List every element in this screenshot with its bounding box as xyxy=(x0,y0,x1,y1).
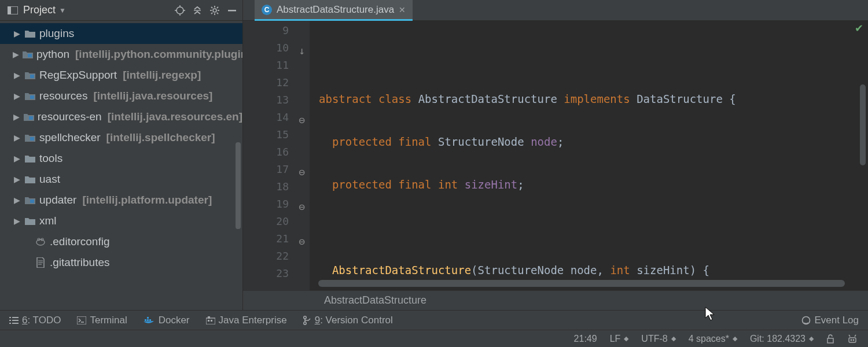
editor-horizontal-scrollbar[interactable] xyxy=(318,280,845,287)
expand-icon[interactable]: ▶ xyxy=(13,216,21,226)
project-tool-window: Project ▼ ▶ plugins ▶ xyxy=(0,0,243,310)
expand-icon[interactable]: ▶ xyxy=(13,112,20,121)
tree-folder-updater[interactable]: ▶ updater [intellij.platform.updater] xyxy=(0,190,242,211)
editor-area: C AbstractDataStructure.java ✕ 910↓11121… xyxy=(243,0,868,310)
tree-item-module: [intellij.java.resources.en] xyxy=(108,110,242,123)
tw-event-log[interactable]: Event Log xyxy=(801,315,859,326)
status-inspector-icon[interactable] xyxy=(847,334,858,344)
svg-rect-21 xyxy=(29,116,33,120)
status-caret-position[interactable]: 21:49 xyxy=(574,334,597,344)
tw-terminal[interactable]: Terminal xyxy=(77,315,127,326)
tree-folder-resources-en[interactable]: ▶ resources-en [intellij.java.resources.… xyxy=(0,106,242,127)
fold-gutter-icon[interactable]: ⊖ xyxy=(297,112,305,120)
tree-folder-uast[interactable]: ▶ uast xyxy=(0,169,242,190)
project-tree-scrollbar[interactable] xyxy=(236,142,241,229)
svg-rect-23 xyxy=(30,200,34,203)
svg-rect-36 xyxy=(77,316,86,324)
gutter[interactable]: 910↓11121314⊖151617⊖1819⊖2021⊖2223 xyxy=(243,21,310,290)
tw-docker[interactable]: Docker xyxy=(144,315,190,326)
svg-point-8 xyxy=(213,9,216,12)
breadcrumb-item[interactable]: AbstractDataStructure xyxy=(324,294,426,307)
svg-rect-50 xyxy=(849,338,856,342)
class-file-icon: C xyxy=(262,5,272,15)
tree-folder-tools[interactable]: ▶ tools xyxy=(0,148,242,169)
tw-javaee[interactable]: Java Enterprise xyxy=(206,315,287,326)
fold-gutter-icon[interactable]: ⊖ xyxy=(297,233,305,241)
expand-icon[interactable]: ▶ xyxy=(13,133,21,142)
project-tool-header: Project ▼ xyxy=(0,0,242,21)
inspection-ok-icon[interactable]: ✔ xyxy=(855,22,863,35)
svg-rect-43 xyxy=(208,316,210,319)
svg-line-54 xyxy=(855,335,856,337)
tree-item-label: xml xyxy=(39,215,57,227)
list-icon xyxy=(9,316,19,324)
expand-icon[interactable]: ▶ xyxy=(13,91,21,101)
tree-item-label: RegExpSupport xyxy=(39,69,117,82)
folder-icon xyxy=(24,29,36,38)
svg-line-15 xyxy=(211,12,212,13)
tree-item-module: [intellij.java.resources] xyxy=(93,90,212,102)
svg-line-13 xyxy=(211,7,212,8)
expand-icon[interactable]: ▶ xyxy=(13,175,21,184)
module-folder-icon xyxy=(23,50,33,59)
tree-folder-xml[interactable]: ▶ xml xyxy=(0,211,242,231)
project-tool-title[interactable]: Project ▼ xyxy=(23,4,66,16)
tool-windows-bar: 6: TODO Terminal Docker Java Enterprise … xyxy=(0,310,868,330)
svg-line-16 xyxy=(217,7,218,8)
override-gutter-icon[interactable]: ↓ xyxy=(297,42,305,50)
expand-icon[interactable]: ▶ xyxy=(13,29,21,38)
project-view-icon[interactable] xyxy=(6,3,20,17)
tree-item-label: updater xyxy=(39,194,76,206)
target-icon[interactable] xyxy=(173,3,187,17)
expand-icon[interactable]: ▶ xyxy=(13,50,19,59)
close-tab-icon[interactable]: ✕ xyxy=(399,5,406,14)
tree-folder-resources[interactable]: ▶ resources [intellij.java.resources] xyxy=(0,86,242,106)
collapse-all-icon[interactable] xyxy=(190,3,204,17)
hide-tool-window-icon[interactable] xyxy=(225,3,239,17)
svg-rect-30 xyxy=(9,317,11,318)
svg-rect-39 xyxy=(147,319,149,321)
tree-folder-spellchecker[interactable]: ▶ spellchecker [intellij.spellchecker] xyxy=(0,127,242,148)
editor-vertical-scrollbar[interactable] xyxy=(860,84,866,165)
tree-item-label: .gitattributes xyxy=(50,256,110,269)
gear-icon[interactable] xyxy=(208,3,222,17)
status-lock-icon[interactable] xyxy=(826,334,834,344)
status-encoding[interactable]: UTF-8◆ xyxy=(641,334,675,344)
expand-icon[interactable]: ▶ xyxy=(13,195,21,205)
tw-todo[interactable]: 6: TODO xyxy=(9,315,61,326)
tree-item-module: [intellij.spellchecker] xyxy=(106,131,215,144)
project-tree[interactable]: ▶ plugins ▶ python [intellij.python.comm… xyxy=(0,21,242,310)
tree-folder-python[interactable]: ▶ python [intellij.python.community.plug… xyxy=(0,44,242,65)
tree-folder-plugins[interactable]: ▶ plugins xyxy=(0,23,242,44)
svg-point-52 xyxy=(853,339,855,341)
module-folder-icon xyxy=(24,195,36,205)
fold-gutter-icon[interactable]: ⊖ xyxy=(297,164,305,172)
svg-rect-20 xyxy=(30,95,34,99)
status-indent[interactable]: 4 spaces*◆ xyxy=(689,334,737,344)
breadcrumb[interactable]: AbstractDataStructure xyxy=(243,290,868,310)
svg-rect-34 xyxy=(9,323,11,324)
folder-icon xyxy=(24,175,36,184)
tree-file-editorconfig[interactable]: .editorconfig xyxy=(0,231,242,252)
status-git-branch[interactable]: Git: 182.4323◆ xyxy=(750,334,814,344)
module-folder-icon xyxy=(24,91,36,101)
editor-tab-active[interactable]: C AbstractDataStructure.java ✕ xyxy=(255,0,413,21)
fold-gutter-icon[interactable]: ⊖ xyxy=(297,198,305,206)
enterprise-icon xyxy=(206,316,215,324)
expand-icon[interactable]: ▶ xyxy=(13,154,21,163)
tree-folder-regexpsupport[interactable]: ▶ RegExpSupport [intellij.regexp] xyxy=(0,65,242,86)
module-folder-icon xyxy=(24,133,36,142)
tree-item-module: [intellij.platform.updater] xyxy=(82,194,212,206)
editor-tabs: C AbstractDataStructure.java ✕ xyxy=(243,0,868,21)
svg-rect-19 xyxy=(30,75,34,78)
svg-point-46 xyxy=(303,316,306,318)
tw-version-control[interactable]: 9: Version Control xyxy=(303,315,393,326)
expand-icon[interactable]: ▶ xyxy=(13,71,21,80)
code-area: 910↓11121314⊖151617⊖1819⊖2021⊖2223 abstr… xyxy=(243,21,868,290)
editorconfig-icon xyxy=(35,237,46,246)
code-editor[interactable]: abstract class AbstractDataStructure imp… xyxy=(310,21,868,290)
svg-point-47 xyxy=(303,322,306,324)
svg-rect-44 xyxy=(208,320,209,322)
tree-file-gitattributes[interactable]: .gitattributes xyxy=(0,252,242,273)
status-line-separator[interactable]: LF◆ xyxy=(610,334,629,344)
